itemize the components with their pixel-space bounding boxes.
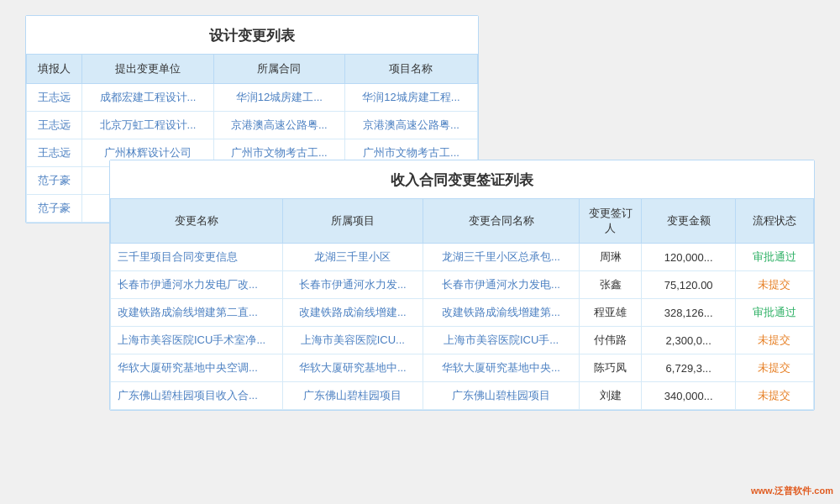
contract-panel-title: 收入合同变更签证列表 xyxy=(110,160,814,198)
design-cell-contract[interactable]: 京港澳高速公路粤... xyxy=(213,112,344,139)
design-col-contract: 所属合同 xyxy=(213,55,344,84)
contract-cell-contractname[interactable]: 广东佛山碧桂园项目 xyxy=(423,382,580,410)
contract-col-contractname: 变更合同名称 xyxy=(423,199,580,244)
contract-cell-name[interactable]: 华软大厦研究基地中央空调... xyxy=(111,354,283,382)
contract-cell-status[interactable]: 未提交 xyxy=(735,382,813,410)
design-table-row: 王志远 北京万虹工程设计... 京港澳高速公路粤... 京港澳高速公路粤... xyxy=(27,112,478,139)
contract-cell-contractname[interactable]: 华软大厦研究基地中央... xyxy=(423,354,580,382)
contract-cell-amount: 75,120.00 xyxy=(642,271,736,299)
contract-col-name: 变更名称 xyxy=(111,199,283,244)
design-cell-reporter[interactable]: 王志远 xyxy=(27,139,82,167)
design-cell-reporter[interactable]: 范子豪 xyxy=(27,167,82,195)
contract-cell-status[interactable]: 审批通过 xyxy=(735,244,813,271)
design-col-project: 项目名称 xyxy=(344,55,477,84)
design-cell-project[interactable]: 京港澳高速公路粤... xyxy=(344,112,477,139)
contract-col-status: 流程状态 xyxy=(735,199,813,244)
watermark-brand: 泛普 xyxy=(774,486,793,496)
contract-cell-name[interactable]: 三千里项目合同变更信息 xyxy=(111,244,283,271)
design-table-row: 王志远 成都宏建工程设计... 华润12城房建工... 华润12城房建工程... xyxy=(27,84,478,112)
contract-cell-status[interactable]: 未提交 xyxy=(735,327,813,354)
contract-cell-contractname[interactable]: 上海市美容医院ICU手... xyxy=(423,327,580,354)
contract-cell-name[interactable]: 上海市美容医院ICU手术室净... xyxy=(111,327,283,354)
contract-cell-name[interactable]: 广东佛山碧桂园项目收入合... xyxy=(111,382,283,410)
contract-table-row: 华软大厦研究基地中央空调... 华软大厦研究基地中... 华软大厦研究基地中央.… xyxy=(111,354,814,382)
contract-col-project: 所属项目 xyxy=(282,199,423,244)
contract-cell-amount: 120,000... xyxy=(642,244,736,271)
watermark: www.泛普软件.com xyxy=(751,485,833,497)
contract-cell-contractname[interactable]: 改建铁路成渝线增建第... xyxy=(423,299,580,327)
design-cell-reporter[interactable]: 王志远 xyxy=(27,112,82,139)
contract-panel: 收入合同变更签证列表 变更名称 所属项目 变更合同名称 变更签订人 变更金额 流… xyxy=(109,160,815,411)
contract-table-row: 上海市美容医院ICU手术室净... 上海市美容医院ICU... 上海市美容医院I… xyxy=(111,327,814,354)
contract-table-row: 广东佛山碧桂园项目收入合... 广东佛山碧桂园项目 广东佛山碧桂园项目 刘建 3… xyxy=(111,382,814,410)
contract-cell-project[interactable]: 长春市伊通河水力发... xyxy=(282,271,423,299)
contract-cell-project[interactable]: 华软大厦研究基地中... xyxy=(282,354,423,382)
contract-cell-project[interactable]: 龙湖三千里小区 xyxy=(282,244,423,271)
contract-table-row: 长春市伊通河水力发电厂改... 长春市伊通河水力发... 长春市伊通河水力发电.… xyxy=(111,271,814,299)
design-cell-unit[interactable]: 成都宏建工程设计... xyxy=(82,84,213,112)
contract-cell-name[interactable]: 改建铁路成渝线增建第二直... xyxy=(111,299,283,327)
contract-cell-signer: 陈巧凤 xyxy=(580,354,642,382)
contract-cell-amount: 6,729,3... xyxy=(642,354,736,382)
contract-cell-amount: 328,126... xyxy=(642,299,736,327)
contract-cell-contractname[interactable]: 长春市伊通河水力发电... xyxy=(423,271,580,299)
contract-cell-project[interactable]: 广东佛山碧桂园项目 xyxy=(282,382,423,410)
contract-cell-amount: 2,300,0... xyxy=(642,327,736,354)
contract-cell-status[interactable]: 未提交 xyxy=(735,271,813,299)
contract-table-row: 改建铁路成渝线增建第二直... 改建铁路成渝线增建... 改建铁路成渝线增建第.… xyxy=(111,299,814,327)
design-cell-contract[interactable]: 华润12城房建工... xyxy=(213,84,344,112)
design-panel-title: 设计变更列表 xyxy=(26,16,478,54)
contract-cell-status[interactable]: 未提交 xyxy=(735,354,813,382)
design-col-reporter: 填报人 xyxy=(27,55,82,84)
design-cell-unit[interactable]: 北京万虹工程设计... xyxy=(82,112,213,139)
contract-table-row: 三千里项目合同变更信息 龙湖三千里小区 龙湖三千里小区总承包... 周琳 120… xyxy=(111,244,814,271)
design-cell-reporter[interactable]: 王志远 xyxy=(27,84,82,112)
contract-col-signer: 变更签订人 xyxy=(580,199,642,244)
contract-cell-signer: 张鑫 xyxy=(580,271,642,299)
contract-cell-project[interactable]: 改建铁路成渝线增建... xyxy=(282,299,423,327)
contract-table: 变更名称 所属项目 变更合同名称 变更签订人 变更金额 流程状态 三千里项目合同… xyxy=(110,198,814,410)
contract-cell-signer: 周琳 xyxy=(580,244,642,271)
contract-cell-signer: 刘建 xyxy=(580,382,642,410)
contract-cell-contractname[interactable]: 龙湖三千里小区总承包... xyxy=(423,244,580,271)
contract-col-amount: 变更金额 xyxy=(642,199,736,244)
watermark-prefix: www. xyxy=(751,486,774,496)
watermark-suffix: 软件.com xyxy=(793,486,833,496)
contract-cell-signer: 付伟路 xyxy=(580,327,642,354)
contract-cell-amount: 340,000... xyxy=(642,382,736,410)
design-cell-project[interactable]: 华润12城房建工程... xyxy=(344,84,477,112)
contract-cell-signer: 程亚雄 xyxy=(580,299,642,327)
contract-cell-name[interactable]: 长春市伊通河水力发电厂改... xyxy=(111,271,283,299)
contract-cell-project[interactable]: 上海市美容医院ICU... xyxy=(282,327,423,354)
design-col-unit: 提出变更单位 xyxy=(82,55,213,84)
contract-cell-status[interactable]: 审批通过 xyxy=(735,299,813,327)
design-cell-reporter[interactable]: 范子豪 xyxy=(27,195,82,223)
